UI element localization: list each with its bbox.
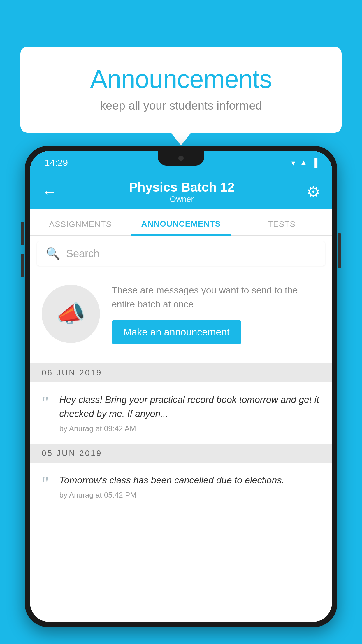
make-announcement-button[interactable]: Make an announcement (112, 320, 241, 344)
quote-icon-1: " (42, 394, 49, 411)
announcement-prompt-right: These are messages you want to send to t… (112, 283, 320, 344)
date-divider-2: 05 JUN 2019 (30, 444, 332, 463)
notch (158, 151, 204, 166)
announcement-message-1: Hey class! Bring your practical record b… (59, 393, 321, 421)
date-divider-1: 06 JUN 2019 (30, 363, 332, 382)
megaphone-circle: 📣 (42, 285, 100, 343)
back-button[interactable]: ← (42, 183, 57, 201)
search-placeholder: Search (66, 248, 99, 260)
tabs-bar: ASSIGNMENTS ANNOUNCEMENTS TESTS (30, 209, 332, 236)
announcement-text-2: Tomorrow's class has been cancelled due … (59, 473, 321, 500)
status-time: 14:29 (45, 158, 68, 168)
tab-assignments[interactable]: ASSIGNMENTS (30, 220, 131, 236)
announcement-meta-1: by Anurag at 09:42 AM (59, 424, 321, 433)
header-title: Physics Batch 12 (129, 180, 235, 195)
bubble-subtitle: keep all your students informed (44, 99, 318, 112)
scrollable-content: 📣 These are messages you want to send to… (30, 272, 332, 622)
app-body: 🔍 Search 📣 These are messages you want t… (30, 236, 332, 622)
announcement-item-1[interactable]: " Hey class! Bring your practical record… (30, 382, 332, 444)
announcement-text-1: Hey class! Bring your practical record b… (59, 393, 321, 433)
settings-icon[interactable]: ⚙ (307, 183, 320, 201)
header-center: Physics Batch 12 Owner (129, 180, 235, 204)
phone-mockup: 14:29 ▾ ▲ ▐ ← Physics Batch 12 Owner ⚙ (25, 146, 337, 644)
quote-icon-2: " (42, 474, 49, 492)
phone-screen: 14:29 ▾ ▲ ▐ ← Physics Batch 12 Owner ⚙ (30, 151, 332, 622)
date-label-2: 05 JUN 2019 (42, 449, 102, 458)
bubble-title: Announcements (44, 64, 318, 94)
wifi-icon: ▾ (291, 158, 295, 168)
status-icons: ▾ ▲ ▐ (291, 158, 317, 168)
announcement-description: These are messages you want to send to t… (112, 283, 320, 311)
status-bar: 14:29 ▾ ▲ ▐ (30, 151, 332, 174)
power-button (338, 233, 341, 268)
date-label-1: 06 JUN 2019 (42, 368, 102, 377)
camera (178, 156, 184, 161)
phone-outer: 14:29 ▾ ▲ ▐ ← Physics Batch 12 Owner ⚙ (25, 146, 337, 627)
speech-bubble: Announcements keep all your students inf… (20, 47, 342, 133)
battery-icon: ▐ (312, 158, 317, 167)
search-icon: 🔍 (46, 247, 60, 260)
announcement-message-2: Tomorrow's class has been cancelled due … (59, 473, 321, 487)
intro-section: Announcements keep all your students inf… (20, 47, 342, 133)
tab-tests[interactable]: TESTS (231, 220, 332, 236)
announcement-prompt-card: 📣 These are messages you want to send to… (30, 272, 332, 359)
volume-down-button (21, 254, 24, 277)
megaphone-icon: 📣 (56, 300, 85, 328)
announcement-item-2[interactable]: " Tomorrow's class has been cancelled du… (30, 463, 332, 510)
signal-icon: ▲ (299, 158, 307, 167)
header-subtitle: Owner (129, 195, 235, 204)
tab-announcements[interactable]: ANNOUNCEMENTS (131, 219, 231, 236)
app-header: ← Physics Batch 12 Owner ⚙ (30, 174, 332, 209)
announcement-meta-2: by Anurag at 05:42 PM (59, 491, 321, 500)
volume-up-button (21, 222, 24, 245)
search-bar[interactable]: 🔍 Search (37, 242, 325, 266)
